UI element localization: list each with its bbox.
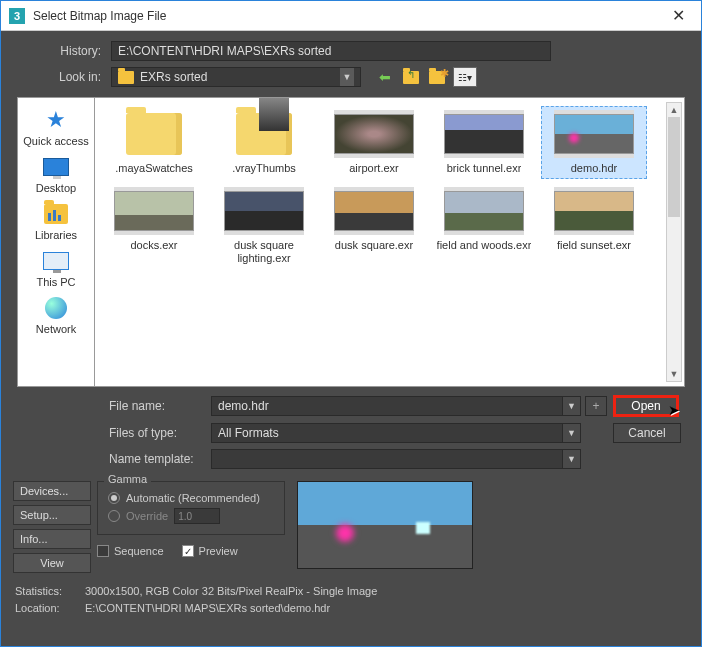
file-item[interactable]: field and woods.exr: [431, 183, 537, 269]
cancel-button[interactable]: Cancel: [613, 423, 681, 443]
radio-icon: [108, 510, 120, 522]
filename-value: demo.hdr: [218, 399, 269, 413]
file-item[interactable]: airport.exr: [321, 106, 427, 179]
file-item[interactable]: field sunset.exr: [541, 183, 647, 269]
preview-checkbox[interactable]: ✓ Preview: [182, 545, 238, 557]
statistics-label: Statistics:: [15, 583, 75, 600]
network-icon: [45, 297, 67, 319]
gamma-override-value[interactable]: 1.0: [174, 508, 220, 524]
sidebar-item-quick-access[interactable]: ★ Quick access: [18, 104, 94, 149]
sidebar-item-network[interactable]: Network: [18, 292, 94, 337]
file-item[interactable]: .vrayThumbs: [211, 106, 317, 179]
location-value: E:\CONTENT\HDRI MAPS\EXRs sorted\demo.hd…: [85, 600, 330, 617]
lookin-dropdown[interactable]: EXRs sorted ▼: [111, 67, 361, 87]
new-folder-button[interactable]: ✱: [427, 67, 447, 87]
open-label: Open: [631, 399, 660, 413]
preview-label: Preview: [199, 545, 238, 557]
setup-button[interactable]: Setup...: [13, 505, 91, 525]
folder-icon: [118, 71, 134, 84]
history-label: History:: [21, 44, 111, 58]
status-area: Statistics:3000x1500, RGB Color 32 Bits/…: [1, 577, 701, 622]
file-label: demo.hdr: [571, 162, 617, 175]
file-item[interactable]: .mayaSwatches: [101, 106, 207, 179]
file-label: airport.exr: [349, 162, 399, 175]
open-button[interactable]: Open ➤: [613, 395, 679, 417]
sequence-checkbox[interactable]: Sequence: [97, 545, 164, 557]
titlebar: 3 Select Bitmap Image File ✕: [1, 1, 701, 31]
sidebar-label: Quick access: [23, 135, 88, 147]
file-item[interactable]: brick tunnel.exr: [431, 106, 537, 179]
sequence-label: Sequence: [114, 545, 164, 557]
file-item[interactable]: docks.exr: [101, 183, 207, 269]
scroll-down-icon[interactable]: ▼: [667, 367, 681, 381]
sidebar-item-desktop[interactable]: Desktop: [18, 151, 94, 196]
file-label: docks.exr: [130, 239, 177, 252]
places-sidebar: ★ Quick access Desktop Libraries This PC…: [17, 97, 95, 387]
sidebar-item-libraries[interactable]: Libraries: [18, 198, 94, 243]
dropdown-arrow-icon: ▼: [340, 68, 354, 86]
file-label: field sunset.exr: [557, 239, 631, 252]
history-value: E:\CONTENT\HDRI MAPS\EXRs sorted: [118, 44, 331, 58]
sidebar-label: Desktop: [36, 182, 76, 194]
filename-label: File name:: [109, 399, 211, 413]
file-label: dusk square lighting.exr: [213, 239, 315, 265]
file-label: brick tunnel.exr: [447, 162, 522, 175]
dropdown-arrow-icon[interactable]: ▼: [562, 450, 580, 468]
folder-icon: [114, 110, 194, 158]
gamma-auto-label: Automatic (Recommended): [126, 492, 260, 504]
filetype-label: Files of type:: [109, 426, 211, 440]
file-label: .vrayThumbs: [232, 162, 296, 175]
file-list[interactable]: .mayaSwatches.vrayThumbsairport.exrbrick…: [95, 97, 685, 387]
sidebar-item-this-pc[interactable]: This PC: [18, 245, 94, 290]
gamma-override-radio[interactable]: Override 1.0: [108, 508, 274, 524]
file-item[interactable]: dusk square lighting.exr: [211, 183, 317, 269]
file-label: dusk square.exr: [335, 239, 413, 252]
file-item[interactable]: dusk square.exr: [321, 183, 427, 269]
scroll-thumb[interactable]: [668, 117, 680, 217]
app-icon: 3: [9, 8, 25, 24]
thumbnail-image: [444, 187, 524, 235]
gamma-group: Gamma Automatic (Recommended) Override 1…: [97, 481, 285, 535]
view-button[interactable]: View: [13, 553, 91, 573]
thumbnail-image: [334, 110, 414, 158]
thumbnail-image: [224, 187, 304, 235]
pc-icon: [43, 252, 69, 270]
scrollbar[interactable]: ▲ ▼: [666, 102, 682, 382]
checkbox-icon: ✓: [182, 545, 194, 557]
thumbnail-image: [554, 110, 634, 158]
location-label: Location:: [15, 600, 75, 617]
gamma-legend: Gamma: [104, 473, 151, 485]
dropdown-arrow-icon[interactable]: ▼: [562, 424, 580, 442]
window-title: Select Bitmap Image File: [33, 9, 664, 23]
file-item[interactable]: demo.hdr: [541, 106, 647, 179]
devices-button[interactable]: Devices...: [13, 481, 91, 501]
gamma-auto-radio[interactable]: Automatic (Recommended): [108, 492, 274, 504]
thumbnail-image: [554, 187, 634, 235]
checkbox-icon: [97, 545, 109, 557]
add-button[interactable]: +: [585, 396, 607, 416]
template-dropdown[interactable]: ▼: [211, 449, 581, 469]
star-icon: ★: [46, 107, 66, 133]
sidebar-label: Network: [36, 323, 76, 335]
history-dropdown[interactable]: E:\CONTENT\HDRI MAPS\EXRs sorted: [111, 41, 551, 61]
desktop-icon: [43, 158, 69, 176]
scroll-up-icon[interactable]: ▲: [667, 103, 681, 117]
thumbnail-image: [114, 187, 194, 235]
thumbnail-image: [444, 110, 524, 158]
libraries-icon: [44, 204, 68, 224]
dropdown-arrow-icon[interactable]: ▼: [562, 397, 580, 415]
sidebar-label: This PC: [36, 276, 75, 288]
lookin-label: Look in:: [21, 70, 111, 84]
filename-input[interactable]: demo.hdr ▼: [211, 396, 581, 416]
template-label: Name template:: [109, 452, 211, 466]
folder-icon: [224, 110, 304, 158]
cursor-icon: ➤: [668, 402, 680, 418]
view-menu-button[interactable]: ☷▾: [453, 67, 477, 87]
up-folder-button[interactable]: ↰: [401, 67, 421, 87]
lookin-value: EXRs sorted: [140, 70, 207, 84]
info-button[interactable]: Info...: [13, 529, 91, 549]
back-button[interactable]: ⬅: [375, 67, 395, 87]
statistics-value: 3000x1500, RGB Color 32 Bits/Pixel RealP…: [85, 583, 377, 600]
close-button[interactable]: ✕: [664, 6, 693, 25]
filetype-dropdown[interactable]: All Formats ▼: [211, 423, 581, 443]
